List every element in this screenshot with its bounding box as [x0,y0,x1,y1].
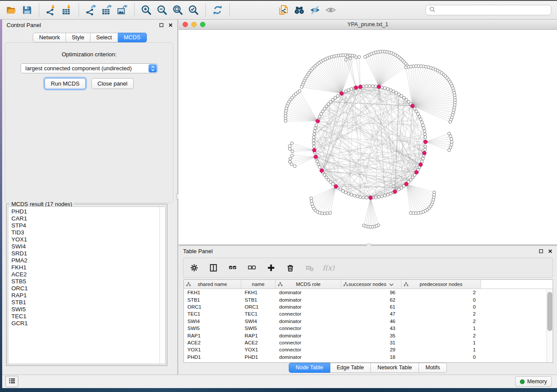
mcds-result-item[interactable]: FKH1 [11,264,165,271]
mcds-result-item[interactable]: PHD1 [11,208,165,215]
network-node[interactable] [423,130,426,133]
mcds-result-item[interactable]: YOX1 [11,236,165,243]
network-node[interactable] [346,55,349,58]
search-box[interactable] [426,5,551,15]
column-header-successor-nodes[interactable]: successor nodes [341,280,401,289]
mcds-result-item[interactable]: PMA2 [11,257,165,264]
mcds-result-item[interactable]: SWI5 [11,306,165,313]
export-network-icon[interactable] [84,3,97,17]
mcds-result-item[interactable]: GCR1 [11,320,165,327]
zoom-in-icon[interactable] [140,3,153,17]
network-node[interactable] [317,163,320,166]
network-node[interactable] [371,85,374,88]
network-node[interactable] [293,165,296,168]
find-icon[interactable] [293,3,306,17]
network-node[interactable] [398,93,401,96]
network-node[interactable] [409,211,412,214]
minimize-window-icon[interactable] [191,22,197,27]
network-node[interactable] [381,195,384,198]
network-node[interactable] [424,145,427,148]
network-node[interactable] [291,142,294,145]
mcds-node[interactable] [393,190,397,194]
network-node[interactable] [449,146,452,149]
run-mcds-button[interactable]: Run MCDS [45,78,86,89]
network-node[interactable] [312,142,315,145]
table-row[interactable]: SWI5SWI5connector431 [184,325,553,332]
network-node[interactable] [345,58,348,61]
zoom-window-icon[interactable] [200,22,205,27]
clone-network-icon[interactable] [277,3,290,17]
network-node[interactable] [288,160,291,163]
network-node[interactable] [316,160,319,163]
mcds-result-item[interactable]: RAP1 [11,292,165,299]
network-node[interactable] [389,89,392,92]
mcds-result-item[interactable]: CAR1 [11,215,165,222]
network-node[interactable] [362,224,365,227]
mcds-node[interactable] [422,151,426,155]
network-node[interactable] [419,118,422,121]
memory-button[interactable]: Memory [515,376,552,387]
table-row[interactable]: SWI4SWI4dominator462 [184,318,553,325]
select-all-icon[interactable] [227,262,238,273]
float-window-icon[interactable] [538,248,543,254]
network-node[interactable] [383,194,386,197]
mcds-node[interactable] [377,85,381,89]
network-node[interactable] [421,121,424,124]
network-node[interactable] [349,57,352,60]
network-node[interactable] [313,133,316,136]
network-node[interactable] [363,55,367,58]
network-node[interactable] [358,55,361,58]
network-node[interactable] [320,113,323,116]
network-node[interactable] [310,197,313,200]
network-node[interactable] [389,192,392,195]
mcds-node[interactable] [424,140,428,144]
mcds-node[interactable] [359,85,363,89]
network-node[interactable] [318,115,321,118]
close-panel-icon[interactable] [168,22,173,28]
network-node[interactable] [448,132,451,135]
table-row[interactable]: YOX1YOX1connector291 [184,346,553,353]
network-node[interactable] [374,85,377,88]
table-row[interactable]: TEC1TEC1connector472 [184,310,553,317]
tab-select[interactable]: Select [90,33,118,42]
network-node[interactable] [312,139,315,142]
export-image-icon[interactable] [116,3,129,17]
network-node[interactable] [422,124,425,127]
column-header-predecessor-nodes[interactable]: predecessor nodes [401,280,481,289]
network-node[interactable] [422,127,426,130]
network-node[interactable] [289,157,292,160]
network-node[interactable] [386,193,389,196]
network-node[interactable] [383,86,386,89]
network-node[interactable] [300,86,303,89]
network-node[interactable] [350,88,353,91]
hide-details-icon[interactable] [308,3,322,17]
mcds-result-item[interactable]: TEC1 [11,313,165,320]
mcds-node[interactable] [415,170,419,174]
network-node[interactable] [311,202,314,205]
network-node[interactable] [312,145,315,148]
mcds-result-item[interactable]: STB1 [11,299,165,306]
network-node[interactable] [365,85,368,88]
settings-gear-icon[interactable] [189,262,199,273]
column-header-shared-name[interactable]: shared name [184,280,241,289]
network-node[interactable] [310,199,313,203]
mcds-node[interactable] [405,182,408,186]
network-node[interactable] [356,195,359,198]
refresh-icon[interactable] [211,3,224,17]
mcds-node[interactable] [419,163,423,167]
network-node[interactable] [355,56,358,59]
task-history-button[interactable] [5,376,18,387]
mcds-node[interactable] [340,92,344,96]
table-row[interactable]: ACE2ACE2connector311 [184,339,553,346]
network-node[interactable] [423,148,426,151]
network-node[interactable] [450,141,453,144]
network-node[interactable] [422,157,425,160]
mcds-node[interactable] [320,169,324,173]
network-window-titlebar[interactable]: YPA_prune.txt_1 [179,20,557,30]
network-node[interactable] [326,212,329,215]
network-node[interactable] [450,143,453,146]
network-node[interactable] [329,211,332,214]
mcds-result-item[interactable]: STP4 [11,222,165,229]
optimization-criterion-select[interactable]: largest connected component (undirected) [21,63,158,73]
scrollbar-thumb[interactable] [547,292,552,331]
